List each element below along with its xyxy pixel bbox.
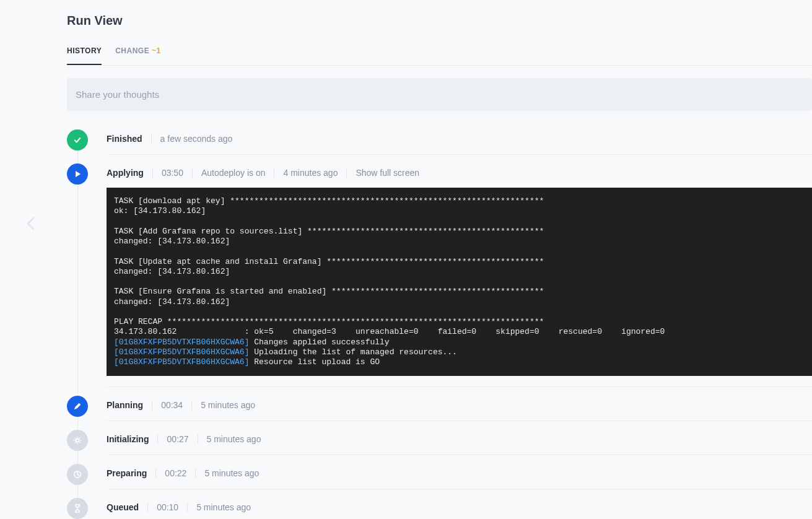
stage-duration: 00:10 <box>157 502 178 512</box>
hourglass-icon <box>67 498 88 519</box>
tab-change[interactable]: Change ~1 <box>115 46 161 65</box>
check-icon <box>67 129 88 150</box>
stage-duration: 00:22 <box>165 468 186 478</box>
stage-time: 5 minutes ago <box>207 434 261 444</box>
tab-history[interactable]: History <box>67 46 102 65</box>
stage-preparing: Preparing 00:22 5 minutes ago <box>67 464 812 489</box>
tab-change-label: Change <box>115 46 149 55</box>
edit-icon <box>67 396 88 417</box>
clock-icon <box>67 464 88 485</box>
page-title: Run View <box>67 14 812 28</box>
comment-input[interactable]: Share your thoughts <box>67 78 812 111</box>
collapse-chevron-icon[interactable] <box>26 217 35 230</box>
stage-time: 4 minutes ago <box>283 168 338 178</box>
show-fullscreen-link[interactable]: Show full screen <box>356 168 419 178</box>
stage-autodeploy: Autodeploy is on <box>201 168 266 178</box>
stage-duration: 00:34 <box>161 400 183 410</box>
stage-time: 5 minutes ago <box>201 400 255 410</box>
stage-applying: Applying 03:50 Autodeploy is on 4 minute… <box>67 164 812 387</box>
stage-queued: Queued 00:10 5 minutes ago <box>67 498 812 519</box>
stage-time: 5 minutes ago <box>204 468 259 478</box>
comment-placeholder: Share your thoughts <box>76 89 159 100</box>
tab-change-badge: ~1 <box>152 46 161 55</box>
tab-bar: History Change ~1 <box>67 46 812 66</box>
stage-duration: 00:27 <box>167 434 188 444</box>
play-icon <box>67 164 88 185</box>
stage-name: Finished <box>107 134 142 144</box>
stage-time: 5 minutes ago <box>196 502 251 512</box>
stage-duration: 03:50 <box>162 168 183 178</box>
stage-initializing: Initializing 00:27 5 minutes ago <box>67 430 812 455</box>
stage-name: Applying <box>107 168 144 178</box>
stage-time: a few seconds ago <box>160 134 233 144</box>
stage-name: Queued <box>107 502 139 512</box>
stage-name: Planning <box>107 400 143 410</box>
stage-name: Initializing <box>107 434 149 444</box>
stage-finished: Finished a few seconds ago <box>67 129 812 155</box>
svg-point-0 <box>76 439 79 442</box>
stage-planning: Planning 00:34 5 minutes ago <box>67 396 812 421</box>
terminal-output[interactable]: TASK [download apt key] ****************… <box>107 188 812 376</box>
gear-icon <box>67 430 88 451</box>
stage-name: Preparing <box>107 468 147 478</box>
